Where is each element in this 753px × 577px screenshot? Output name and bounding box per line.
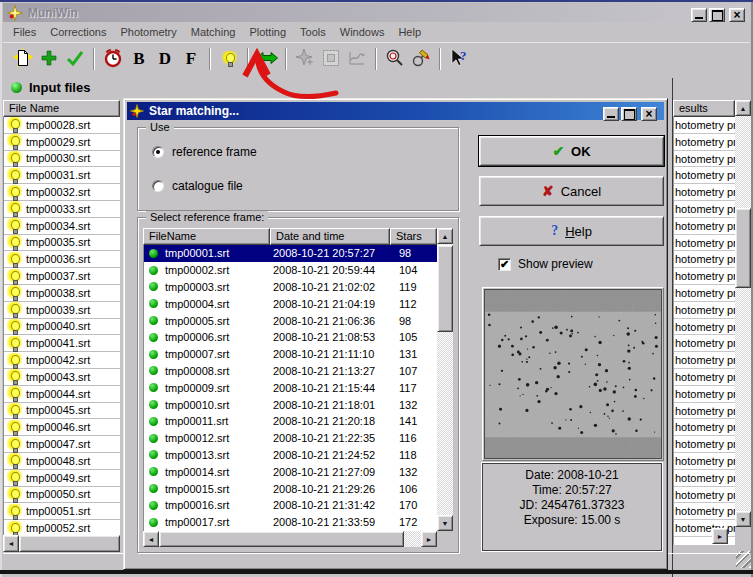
ref-scroll-right-button[interactable] bbox=[421, 531, 437, 547]
scrollbar-thumb[interactable] bbox=[19, 535, 120, 552]
express-reduce-button[interactable] bbox=[382, 46, 408, 72]
process-button[interactable] bbox=[62, 46, 88, 72]
reference-row[interactable]: tmp00012.srt 2008-10-21 21:22:35 116 bbox=[144, 430, 437, 447]
results-row[interactable]: hotometry pr bbox=[674, 419, 735, 436]
input-file-row[interactable]: tmp00046.srt bbox=[4, 419, 120, 436]
reference-row[interactable]: tmp00005.srt 2008-10-21 21:06:36 98 bbox=[144, 312, 437, 329]
results-scroll-up-button[interactable] bbox=[735, 100, 751, 116]
input-file-row[interactable]: tmp00044.srt bbox=[4, 386, 120, 403]
input-file-row[interactable]: tmp00039.srt bbox=[4, 302, 120, 319]
results-row[interactable]: hotometry pr bbox=[674, 201, 735, 218]
results-row[interactable]: hotometry pr bbox=[674, 268, 735, 285]
results-row[interactable]: hotometry pr bbox=[674, 487, 735, 504]
input-file-row[interactable]: tmp00047.srt bbox=[4, 436, 120, 453]
reference-row[interactable]: tmp00014.srt 2008-10-21 21:27:09 132 bbox=[144, 463, 437, 480]
input-file-row[interactable]: tmp00028.srt bbox=[4, 117, 120, 134]
reference-row[interactable]: tmp00011.srt 2008-10-21 21:20:18 141 bbox=[144, 413, 437, 430]
reference-row[interactable]: tmp00009.srt 2008-10-21 21:15:44 117 bbox=[144, 379, 437, 396]
input-file-row[interactable]: tmp00035.srt bbox=[4, 235, 120, 252]
results-scrollbar-thumb[interactable] bbox=[735, 208, 751, 288]
reference-row[interactable]: tmp00016.srt 2008-10-21 21:31:42 170 bbox=[144, 497, 437, 514]
dialog-maximize-button[interactable] bbox=[621, 107, 637, 121]
ref-hscrollbar-thumb[interactable] bbox=[159, 531, 404, 547]
results-row[interactable]: hotometry pr bbox=[674, 235, 735, 252]
star-matching-button[interactable] bbox=[254, 46, 280, 72]
reference-row[interactable]: tmp00007.srt 2008-10-21 21:11:10 131 bbox=[144, 346, 437, 363]
show-preview-row[interactable]: Show preview bbox=[498, 257, 593, 271]
results-row[interactable]: hotometry pr bbox=[674, 352, 735, 369]
radio-row-catalogue-file[interactable]: catalogue file bbox=[152, 179, 243, 193]
menu-item[interactable]: Windows bbox=[333, 24, 392, 40]
results-row[interactable]: hotometry pr bbox=[674, 117, 735, 134]
reference-row[interactable]: tmp00017.srt 2008-10-21 21:33:59 172 bbox=[144, 514, 437, 531]
input-file-row[interactable]: tmp00045.srt bbox=[4, 403, 120, 420]
input-file-row[interactable]: tmp00043.srt bbox=[4, 369, 120, 386]
dialog-close-button[interactable] bbox=[641, 107, 657, 121]
time-correction-button[interactable] bbox=[100, 46, 126, 72]
results-row[interactable]: hotometry pr bbox=[674, 436, 735, 453]
ref-scroll-up-button[interactable] bbox=[437, 228, 453, 244]
input-file-row[interactable]: tmp00041.srt bbox=[4, 335, 120, 352]
menu-item[interactable]: Plotting bbox=[242, 24, 293, 40]
reference-row[interactable]: tmp00015.srt 2008-10-21 21:29:26 106 bbox=[144, 480, 437, 497]
results-column-header[interactable]: esults bbox=[673, 100, 735, 117]
dialog-minimize-button[interactable] bbox=[603, 107, 619, 121]
menu-item[interactable]: Tools bbox=[293, 24, 333, 40]
new-project-button[interactable] bbox=[10, 46, 36, 72]
add-files-button[interactable] bbox=[36, 46, 62, 72]
results-row[interactable]: hotometry pr bbox=[674, 453, 735, 470]
menu-item[interactable]: Photometry bbox=[113, 24, 183, 40]
ok-button[interactable]: ✔ OK bbox=[479, 136, 664, 166]
input-file-row[interactable]: tmp00034.srt bbox=[4, 218, 120, 235]
results-row[interactable]: hotometry pr bbox=[674, 335, 735, 352]
input-file-row[interactable]: tmp00042.srt bbox=[4, 352, 120, 369]
reference-row[interactable]: tmp00002.srt 2008-10-21 20:59:44 104 bbox=[144, 262, 437, 279]
reference-row[interactable]: tmp00006.srt 2008-10-21 21:08:53 105 bbox=[144, 329, 437, 346]
results-row[interactable]: hotometry pr bbox=[674, 134, 735, 151]
results-row[interactable]: hotometry pr bbox=[674, 503, 735, 520]
use-radio[interactable] bbox=[152, 146, 164, 158]
results-vertical-scrollbar-track[interactable] bbox=[735, 116, 751, 511]
results-row[interactable]: hotometry pr bbox=[674, 319, 735, 336]
results-row[interactable]: hotometry pr bbox=[674, 285, 735, 302]
input-file-row[interactable]: tmp00052.srt bbox=[4, 520, 120, 535]
results-row[interactable]: hotometry pr bbox=[674, 403, 735, 420]
results-row[interactable]: hotometry pr bbox=[674, 470, 735, 487]
menu-item[interactable]: Matching bbox=[184, 24, 243, 40]
maximize-button[interactable] bbox=[709, 8, 725, 22]
tools-button[interactable] bbox=[408, 46, 434, 72]
input-file-row[interactable]: tmp00033.srt bbox=[4, 201, 120, 218]
radio-row-reference-frame[interactable]: reference frame bbox=[152, 145, 257, 159]
reference-row[interactable]: tmp00001.srt 2008-10-21 20:57:27 98 bbox=[144, 245, 437, 262]
input-file-row[interactable]: tmp00030.srt bbox=[4, 151, 120, 168]
results-row[interactable]: hotometry pr bbox=[674, 302, 735, 319]
reference-row[interactable]: tmp00010.srt 2008-10-21 21:18:01 132 bbox=[144, 396, 437, 413]
ref-scrollbar-thumb[interactable] bbox=[437, 245, 453, 332]
reference-row[interactable]: tmp00008.srt 2008-10-21 21:13:27 107 bbox=[144, 363, 437, 380]
cancel-button[interactable]: ✘ Cancel bbox=[479, 176, 664, 206]
input-file-row[interactable]: tmp00048.srt bbox=[4, 453, 120, 470]
input-file-row[interactable]: tmp00031.srt bbox=[4, 167, 120, 184]
ref-horizontal-scrollbar-track[interactable] bbox=[404, 531, 421, 547]
input-file-row[interactable]: tmp00032.srt bbox=[4, 184, 120, 201]
column-header-filename[interactable]: FileName bbox=[143, 228, 270, 245]
input-file-row[interactable]: tmp00036.srt bbox=[4, 251, 120, 268]
input-file-row[interactable]: tmp00029.srt bbox=[4, 134, 120, 151]
dialog-title-bar[interactable]: Star matching... bbox=[127, 102, 664, 120]
menu-item[interactable]: Corrections bbox=[43, 24, 113, 40]
input-file-row[interactable]: tmp00050.srt bbox=[4, 487, 120, 504]
results-scroll-right-button[interactable] bbox=[712, 528, 728, 544]
results-row[interactable]: hotometry pr bbox=[674, 184, 735, 201]
flat-frames-button[interactable]: F bbox=[178, 46, 204, 72]
input-file-row[interactable]: tmp00049.srt bbox=[4, 470, 120, 487]
reference-row[interactable]: tmp00013.srt 2008-10-21 21:24:52 118 bbox=[144, 447, 437, 464]
input-file-row[interactable]: tmp00040.srt bbox=[4, 319, 120, 336]
results-scroll-down-button[interactable] bbox=[735, 511, 751, 527]
show-preview-checkbox[interactable] bbox=[498, 258, 511, 271]
menu-item[interactable]: Help bbox=[391, 24, 428, 40]
column-header-date-time[interactable]: Date and time bbox=[270, 228, 390, 245]
file-name-column-header[interactable]: File Name bbox=[3, 100, 120, 117]
results-row[interactable]: hotometry pr bbox=[674, 151, 735, 168]
minimize-button[interactable] bbox=[691, 8, 707, 22]
ref-scroll-left-button[interactable] bbox=[143, 531, 159, 547]
